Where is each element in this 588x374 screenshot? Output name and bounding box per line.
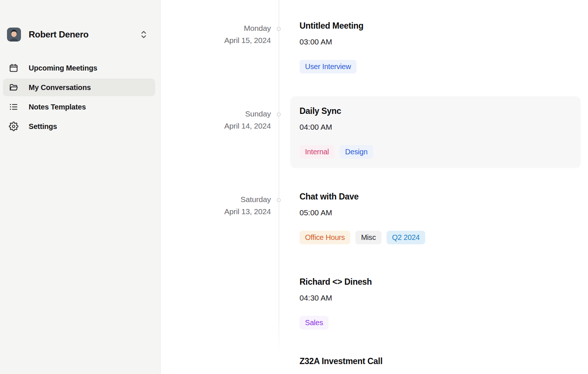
sidebar-item-label: Upcoming Meetings	[29, 64, 97, 72]
sidebar-item-notes-templates[interactable]: Notes Templates	[3, 98, 155, 116]
meeting-title: Untitled Meeting	[300, 20, 572, 31]
calendar-icon	[9, 63, 18, 73]
tag-design[interactable]: Design	[340, 145, 373, 159]
meeting-card-chat-with-dave[interactable]: Chat with Dave05:00 AMOffice HoursMiscQ2…	[300, 191, 572, 244]
meeting-title: Chat with Dave	[300, 191, 572, 202]
timeline-date: MondayApril 15, 2024	[161, 22, 271, 46]
meeting-card-z32a-investment-call[interactable]: Z32A Investment Call	[300, 356, 572, 367]
sidebar-item-settings[interactable]: Settings	[3, 118, 155, 135]
meeting-time: 05:00 AM	[300, 208, 572, 218]
meeting-time: 03:00 AM	[300, 37, 572, 47]
meeting-tags: User Interview	[300, 60, 572, 73]
timeline-dot	[277, 198, 281, 202]
tag-internal[interactable]: Internal	[300, 145, 334, 159]
list-icon	[9, 102, 18, 112]
gear-icon	[9, 122, 18, 131]
sidebar-item-upcoming-meetings[interactable]: Upcoming Meetings	[3, 59, 155, 77]
app-window: Robert Denero Upcoming MeetingsMy Conver…	[0, 0, 588, 374]
user-name: Robert Denero	[29, 29, 89, 40]
sidebar-item-my-conversations[interactable]: My Conversations	[3, 79, 155, 96]
sidebar: Robert Denero Upcoming MeetingsMy Conver…	[0, 0, 161, 374]
meeting-title: Richard <> Dinesh	[300, 276, 572, 287]
meeting-tags: Office HoursMiscQ2 2024	[300, 231, 572, 244]
account-switcher[interactable]: Robert Denero	[0, 25, 161, 44]
timeline: MondayApril 15, 2024Untitled Meeting03:0…	[161, 0, 588, 374]
meeting-tags: Sales	[300, 316, 572, 330]
meeting-time: 04:00 AM	[300, 122, 571, 132]
tag-q2-2024[interactable]: Q2 2024	[387, 231, 425, 244]
timeline-date: SundayApril 14, 2024	[161, 108, 271, 132]
date-day: Monday	[161, 22, 271, 34]
date-full: April 13, 2024	[161, 205, 271, 217]
meeting-card-untitled-meeting[interactable]: Untitled Meeting03:00 AMUser Interview	[300, 20, 572, 73]
avatar	[7, 28, 21, 42]
date-full: April 14, 2024	[161, 120, 271, 132]
tag-user-interview[interactable]: User Interview	[300, 60, 356, 73]
tag-misc[interactable]: Misc	[355, 231, 381, 244]
meeting-time: 04:30 AM	[300, 293, 572, 303]
tag-sales[interactable]: Sales	[300, 316, 329, 330]
meeting-card-daily-sync[interactable]: Daily Sync04:00 AMInternalDesign	[290, 96, 581, 168]
meeting-title: Daily Sync	[300, 105, 571, 116]
date-day: Saturday	[161, 193, 271, 205]
date-day: Sunday	[161, 108, 271, 120]
folder-icon	[9, 83, 18, 92]
chevron-up-down-icon	[139, 30, 148, 39]
meeting-title: Z32A Investment Call	[300, 356, 572, 367]
meeting-card-richard-dinesh[interactable]: Richard <> Dinesh04:30 AMSales	[300, 276, 572, 330]
timeline-date: SaturdayApril 13, 2024	[161, 193, 271, 217]
meeting-tags: InternalDesign	[300, 145, 571, 159]
date-full: April 15, 2024	[161, 34, 271, 46]
sidebar-item-label: My Conversations	[29, 83, 91, 92]
timeline-dot	[277, 27, 281, 31]
timeline-line	[279, 0, 279, 358]
sidebar-item-label: Notes Templates	[29, 103, 86, 111]
timeline-dot	[277, 112, 281, 116]
tag-office-hours[interactable]: Office Hours	[300, 231, 350, 244]
sidebar-nav: Upcoming MeetingsMy ConversationsNotes T…	[3, 59, 155, 137]
sidebar-item-label: Settings	[29, 122, 57, 131]
